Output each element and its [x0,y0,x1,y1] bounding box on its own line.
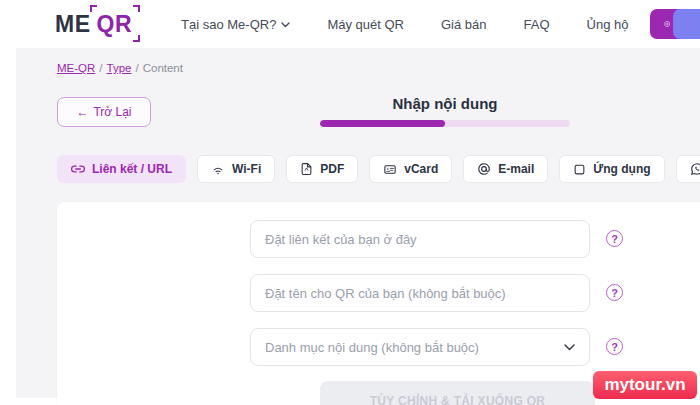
nav-pricing[interactable]: Giá bán [441,17,487,32]
tab-label: PDF [320,162,344,176]
question-glyph: ? [611,233,618,245]
category-select-value: Danh mục nội dung (không bắt buộc) [265,340,479,355]
breadcrumb-link-type[interactable]: Type [107,62,132,74]
link-icon [71,162,85,176]
nav-qr-scanner[interactable]: Máy quét QR [327,17,404,32]
breadcrumb: ME-QR/Type/Content [57,62,183,74]
help-icon[interactable]: ? [606,230,623,247]
back-arrow-icon: ← [76,105,88,119]
at-icon [477,162,491,176]
progress-fill [320,120,445,127]
nav-label: Tại sao Me-QR? [181,17,276,32]
nav-why-meqr[interactable]: Tại sao Me-QR? [181,17,290,32]
progress-bar [320,120,570,127]
qr-type-tabs: Liên kết / URL Wi-Fi PDF vCard E-mail Ứn… [57,155,700,183]
pdf-icon [300,162,313,176]
question-glyph: ? [611,287,618,299]
page-title: Nhập nội dung [320,95,570,112]
plus-circle-icon [664,17,670,31]
tab-label: E-mail [498,162,534,176]
tab-app[interactable]: Ứng dụng [559,155,664,183]
nav-label: Giá bán [441,17,487,32]
tab-vcard[interactable]: vCard [369,155,452,183]
tab-label: Wi-Fi [232,162,261,176]
whatsapp-icon [690,162,700,176]
breadcrumb-separator: / [99,62,102,74]
breadcrumb-separator: / [135,62,138,74]
nav-label: Ủng hộ [587,17,629,32]
qr-frame-corner-icon [90,5,97,12]
watermark-text: mytour.vn [604,375,685,395]
name-field-wrap [250,274,590,312]
nav-faq[interactable]: FAQ [524,17,550,32]
help-icon[interactable]: ? [606,338,623,355]
link-input[interactable] [250,220,590,258]
header-secondary-button[interactable] [673,9,700,39]
mytour-watermark: mytour.vn [593,371,697,399]
qr-frame-corner-icon [133,35,140,42]
back-button[interactable]: ← Trở Lại [57,97,151,127]
meqr-logo[interactable]: ME QR [55,11,137,38]
tab-pdf[interactable]: PDF [286,155,358,183]
app-icon [573,163,586,176]
question-glyph: ? [611,341,618,353]
help-icon[interactable]: ? [606,284,623,301]
category-field-wrap: Danh mục nội dung (không bắt buộc) [250,328,590,366]
category-select[interactable]: Danh mục nội dung (không bắt buộc) [250,328,590,366]
customize-download-button[interactable]: TÙY CHỈNH & TẢI XUỐNG QR [320,381,595,405]
chevron-down-icon [564,344,575,351]
header: ME QR Tại sao Me-QR? Máy quét QR Giá bán… [0,0,700,48]
tab-label: vCard [404,162,438,176]
qr-frame-corner-icon [133,5,140,12]
back-button-label: Trở Lại [93,105,131,119]
breadcrumb-link-meqr[interactable]: ME-QR [57,62,95,74]
tab-email[interactable]: E-mail [463,155,548,183]
tab-wifi[interactable]: Wi-Fi [197,155,275,183]
logo-text-me: ME [55,11,91,38]
tab-whatsapp[interactable]: WhatsApp [676,155,700,183]
tab-label: Liên kết / URL [92,162,172,176]
qr-name-input[interactable] [250,274,590,312]
nav-label: FAQ [524,17,550,32]
breadcrumb-current: Content [143,62,183,74]
link-field-wrap [250,220,590,258]
chevron-down-icon [281,22,290,28]
vcard-icon [383,163,397,176]
logo-text-qr: QR [92,11,138,38]
tab-link-url[interactable]: Liên kết / URL [57,155,186,183]
nav-label: Máy quét QR [327,17,404,32]
wifi-icon [211,163,225,176]
main-nav: Tại sao Me-QR? Máy quét QR Giá bán FAQ Ủ… [181,17,628,32]
tab-label: Ứng dụng [593,162,650,176]
nav-support[interactable]: Ủng hộ [587,17,629,32]
